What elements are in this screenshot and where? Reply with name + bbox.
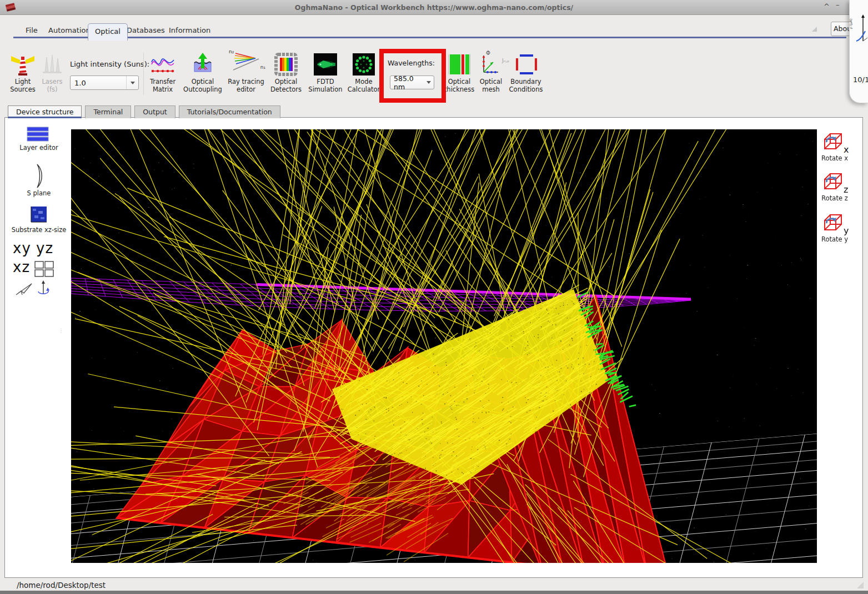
fly-camera-button[interactable] [15,282,33,296]
transfer-matrix-button[interactable]: Transfer Matrix [145,51,180,93]
status-path: /home/rod/Desktop/test [17,581,106,590]
dropdown-arrow-icon [427,81,431,84]
orbit-camera-button[interactable] [36,280,51,296]
s-plane-button[interactable] [29,163,47,189]
fdtd-label: FDTD Simulation [305,78,346,93]
menu-information[interactable]: Information [169,26,210,34]
rotate-axis-icon [36,280,51,296]
popup-page-text: 10/1 [853,75,868,84]
window-resize-grip[interactable] [857,582,864,588]
light-intensity-combobox[interactable]: 1.0 [70,75,139,90]
four-pane-grid-icon [34,260,55,278]
layers-icon [26,127,49,142]
tab-terminal[interactable]: Terminal [85,105,131,118]
fdtd-simulation-button[interactable]: FDTD Simulation [305,51,346,93]
application-window: OghmaNano - Optical Workbench https://ww… [0,0,868,594]
wavelengths-combobox[interactable]: 585.0 nm [390,75,434,89]
n2-label: n₂ [229,49,234,54]
lasers-button: Lasers (fs) [37,51,68,93]
optical-detectors-label: Optical Detectors [268,78,304,93]
optical-thickness-icon [441,51,478,78]
s-plane-label: S plane [8,190,69,198]
light-sources-button[interactable]: Light Sources [6,51,40,93]
transfer-matrix-icon [145,51,180,78]
paper-plane-icon [15,282,33,296]
boundary-conditions-button[interactable]: Boundary Conditions [506,51,546,93]
ray-tracing-label: Ray tracing editor [225,78,267,93]
window-minimize-button[interactable]: – [836,1,840,9]
mode-calculator-icon [344,51,383,78]
spectrum-popup-window[interactable]: ρ (µA) 10/1 [849,0,868,103]
wavelengths-value: 585.0 nm [390,74,424,91]
four-pane-view-button[interactable] [34,260,55,278]
optical-mesh-icon: Φ Jₙ,ₚ [475,51,507,78]
optical-outcoupling-icon [182,51,224,78]
tab-device-structure[interactable]: Device structure [8,105,82,118]
boundary-conditions-label: Boundary Conditions [506,78,546,93]
rotate-z-button[interactable]: z [821,172,847,194]
boundary-conditions-icon [506,51,546,78]
fdtd-icon [305,51,346,78]
rotate-y-axis-letter: y [844,225,849,236]
light-intensity-value: 1.0 [71,79,126,87]
dropdown-arrow-icon [131,82,135,84]
ray-tracing-icon: n₂ n₁ [225,51,267,78]
device-3d-view[interactable] [71,129,817,563]
xz-view-button[interactable]: xz [13,259,30,275]
menu-underline [13,37,846,38]
window-title: OghmaNano - Optical Workbench https://ww… [0,3,868,12]
mode-calculator-button[interactable]: Mode Calculator [344,51,383,93]
substrate-xz-button[interactable] [27,205,48,225]
rotate-y-label: Rotate y [814,235,856,243]
rotate-y-button[interactable]: y [821,213,847,235]
optical-mesh-button[interactable]: Φ Jₙ,ₚ Optical mesh [475,51,507,93]
light-intensity-dropdown-button[interactable] [126,76,138,89]
phi-label: Φ [486,50,490,56]
optical-detectors-button[interactable]: Optical Detectors [268,51,304,93]
substrate-icon [27,205,48,225]
mini-plot-icon [852,13,868,44]
device-structure-panel: Layer editor S plane Substrate xz-size x… [4,117,863,578]
layer-editor-label: Layer editor [8,144,69,152]
substrate-label: Substrate xz-size [8,226,69,234]
optical-detectors-icon [268,51,304,78]
s-plane-icon [29,163,47,189]
rotate-x-axis-letter: x [844,144,849,155]
toolbar-separator [143,53,144,95]
light-intensity-label: Light intensity (Suns): [70,60,149,68]
layer-editor-button[interactable] [26,127,49,142]
optical-mesh-label: Optical mesh [475,78,507,93]
tab-output[interactable]: Output [134,105,175,118]
ray-tracing-editor-button[interactable]: n₂ n₁ Ray tracing editor [225,51,267,93]
light-sources-label: Light Sources [6,78,40,93]
wavelengths-label: Wavelengths: [388,59,435,67]
window-bottom-edge [0,591,868,594]
lighthouse-icon [6,51,40,78]
menu-file[interactable]: File [26,26,38,34]
window-shade-button[interactable]: ^ [824,2,830,11]
optical-outcoupling-label: Optical Outcoupling [182,78,224,93]
xy-yz-view-button[interactable]: xy yz [13,240,53,256]
n1-label: n₁ [260,64,265,70]
workspace-tabs: Device structure Terminal Output Tutoria… [8,105,280,118]
optical-thickness-label: Optical thickness [441,78,478,93]
mode-calculator-label: Mode Calculator [344,78,383,93]
menu-databases[interactable]: Databases [127,26,165,34]
lasers-label: Lasers (fs) [37,78,68,93]
rotate-x-label: Rotate x [814,154,856,162]
wavelengths-dropdown-button[interactable] [424,76,434,89]
rotate-z-axis-letter: z [844,184,848,195]
menu-optical[interactable]: Optical [88,23,128,41]
lasers-icon [37,51,68,78]
rotate-z-label: Rotate z [814,194,856,202]
tab-tutorials[interactable]: Tutorials/Documentation [179,105,280,118]
pane-drag-handle[interactable]: ⋮ [58,330,64,332]
rotate-x-button[interactable]: x [821,132,847,154]
title-bar[interactable]: OghmaNano - Optical Workbench https://ww… [0,0,868,15]
optical-outcoupling-button[interactable]: Optical Outcoupling [182,51,224,93]
pane-grip-icon [812,27,817,32]
optical-thickness-button[interactable]: Optical thickness [441,51,478,93]
popup-axis-label: ρ (µA) [849,19,852,29]
transfer-matrix-label: Transfer Matrix [145,78,180,93]
menu-automation[interactable]: Automation [48,26,91,34]
